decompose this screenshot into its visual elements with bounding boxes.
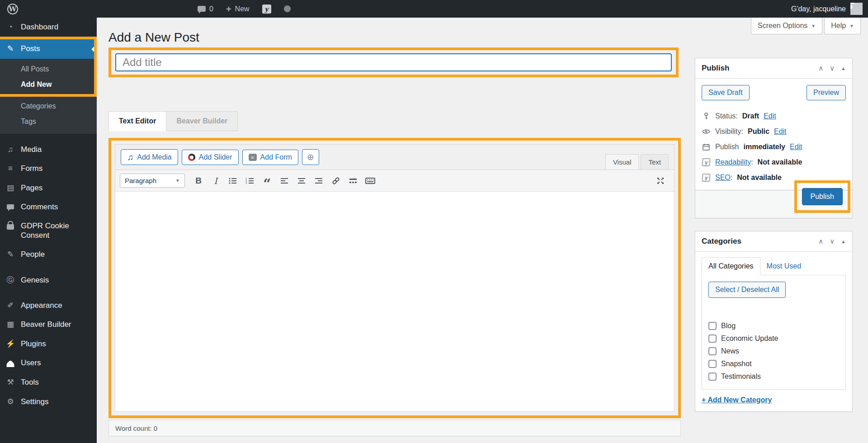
tab-beaver-builder[interactable]: Beaver Builder [166, 111, 238, 131]
wordpress-logo-icon[interactable]: W [7, 4, 18, 14]
publish-box: Publish ∧ ∨ ▲ Save Draft Preview Status: [695, 58, 853, 218]
edit-visibility-link[interactable]: Edit [774, 127, 787, 136]
avatar[interactable] [850, 3, 863, 15]
category-checkbox[interactable] [708, 335, 717, 343]
add-slider-button[interactable]: Add Slider [182, 150, 239, 165]
collapse-toggle-icon[interactable]: ▲ [841, 239, 846, 244]
tab-all-categories[interactable]: All Categories [702, 257, 760, 275]
visibility-value: Public [748, 127, 769, 136]
select-deselect-all-button[interactable]: Select / Deselect All [708, 282, 786, 298]
post-title-input[interactable] [115, 53, 672, 71]
publish-button[interactable]: Publish [802, 188, 843, 205]
sidebar-item-forms[interactable]: ≡ Forms [0, 159, 97, 178]
preview-button[interactable]: Preview [807, 85, 846, 100]
sidebar-item-beaver-builder[interactable]: ▦ Beaver Builder [0, 315, 97, 334]
numbered-list-button[interactable]: 1 2 3 [243, 174, 257, 188]
category-checkbox[interactable] [708, 372, 717, 381]
edit-status-link[interactable]: Edit [764, 112, 776, 120]
align-left-icon [280, 176, 289, 185]
word-count-label: Word count: [115, 424, 152, 432]
sidebar-item-appearance[interactable]: ✐ Appearance [0, 296, 97, 315]
sidebar-item-users[interactable]: Users [0, 353, 97, 373]
dashboard-icon: ◔ [5, 23, 15, 32]
media-icon: ♫ [127, 153, 133, 161]
sidebar-item-gdpr-cookie-consent[interactable]: GDPR Cookie Consent [0, 217, 97, 245]
italic-button[interactable]: I [208, 174, 223, 188]
add-media-button[interactable]: ♫ Add Media [121, 149, 178, 165]
move-down-icon[interactable]: ∨ [830, 237, 835, 245]
admin-bar-new[interactable]: + New [226, 5, 250, 14]
publish-highlight-box: Publish [794, 180, 850, 213]
move-up-icon[interactable]: ∧ [818, 237, 823, 245]
editor-canvas[interactable] [115, 192, 674, 411]
link-icon [331, 176, 340, 185]
tab-visual[interactable]: Visual [605, 154, 639, 170]
bold-button[interactable]: B [191, 174, 206, 188]
edit-schedule-link[interactable]: Edit [790, 143, 802, 151]
sidebar-item-posts[interactable]: ✎ Posts [0, 39, 94, 58]
paragraph-dropdown[interactable]: Paragraph ▼ [120, 174, 185, 188]
category-checkbox[interactable] [708, 360, 717, 368]
align-left-button[interactable] [277, 174, 292, 188]
sidebar-item-label: Comments [21, 203, 58, 212]
colon: : [751, 158, 753, 166]
sidebar-item-media[interactable]: ♫ Media [0, 140, 97, 159]
sidebar-item-dashboard[interactable]: ◔ Dashboard [0, 18, 97, 37]
collapse-toggle-icon[interactable]: ▲ [841, 66, 846, 71]
status-row: Status: Draft Edit [702, 108, 846, 124]
help-button[interactable]: Help ▼ [824, 18, 861, 34]
move-down-icon[interactable]: ∨ [830, 64, 835, 72]
sidebar-item-all-posts[interactable]: All Posts [0, 61, 94, 77]
sidebar-item-comments[interactable]: Comments [0, 198, 97, 217]
sidebar-item-people[interactable]: ✎ People [0, 245, 97, 264]
category-checkbox[interactable] [708, 347, 717, 355]
sidebar-item-genesis[interactable]: Ⓖ Genesis [0, 271, 97, 290]
fullscreen-button[interactable] [653, 174, 668, 188]
sidebar-item-label: Appearance [21, 301, 62, 310]
align-right-button[interactable] [311, 174, 326, 188]
colon: : [731, 174, 732, 181]
tab-most-used[interactable]: Most Used [760, 258, 807, 275]
tab-text-editor[interactable]: Text Editor [108, 111, 166, 131]
sidebar-item-tags[interactable]: Tags [0, 114, 97, 129]
blockquote-button[interactable]: “ [260, 174, 274, 188]
read-more-button[interactable] [346, 174, 360, 188]
globe-embed-button[interactable]: ⊕ [302, 149, 319, 165]
sidebar-item-add-new[interactable]: Add New [0, 77, 94, 92]
read-more-icon [349, 176, 358, 185]
forms-icon: ≡ [5, 164, 15, 173]
category-label: Economic Update [721, 335, 778, 343]
save-draft-button[interactable]: Save Draft [702, 85, 750, 100]
sidebar-item-settings[interactable]: ⚙ Settings [0, 392, 97, 411]
screen-options-button[interactable]: Screen Options ▼ [751, 18, 822, 34]
category-row: Testimonials [708, 370, 839, 383]
category-label: Blog [721, 322, 736, 330]
seo-link[interactable]: SEO [715, 174, 731, 181]
readability-link[interactable]: Readability [715, 158, 751, 166]
bullet-list-icon [228, 176, 237, 185]
sidebar-item-categories[interactable]: Categories [0, 99, 97, 114]
move-up-icon[interactable]: ∧ [818, 64, 823, 72]
add-form-button[interactable]: ≡ Add Form [242, 150, 298, 165]
category-label: Testimonials [721, 372, 761, 381]
toolbar-toggle-button[interactable] [363, 174, 377, 188]
category-checkbox[interactable] [708, 322, 717, 330]
sidebar-item-label: Dashboard [21, 23, 58, 32]
fullscreen-icon [656, 176, 665, 185]
sidebar-item-plugins[interactable]: ⚡ Plugins [0, 335, 97, 353]
user-greeting[interactable]: G'day, jacqueline [791, 5, 846, 13]
sidebar-item-label: Beaver Builder [21, 320, 71, 329]
sidebar-item-tools[interactable]: ⚒ Tools [0, 373, 97, 392]
comment-bubble-icon [198, 6, 206, 12]
tab-text[interactable]: Text [641, 154, 669, 170]
schedule-row: Publish immediately Edit [702, 139, 846, 155]
add-new-category-link[interactable]: + Add New Category [702, 396, 772, 404]
sidebar-item-pages[interactable]: ▤ Pages [0, 179, 97, 198]
bullet-list-button[interactable] [226, 174, 240, 188]
align-center-button[interactable] [294, 174, 309, 188]
link-button[interactable] [329, 174, 343, 188]
sidebar: ◔ Dashboard ✎ Posts All Posts Add New Ca… [0, 18, 97, 443]
schedule-label: Publish [715, 143, 739, 151]
admin-bar-yoast[interactable]: y [262, 5, 271, 14]
admin-bar-comments[interactable]: 0 [198, 5, 213, 13]
